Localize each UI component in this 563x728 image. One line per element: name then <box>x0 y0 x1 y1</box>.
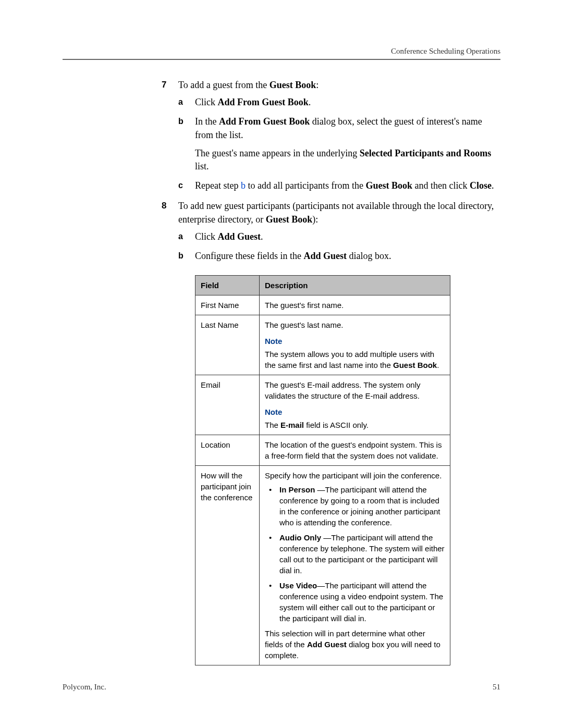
step-7b: b In the Add From Guest Book dialog box,… <box>178 115 500 173</box>
bold-text: Guest Book <box>365 180 412 191</box>
text: The <box>265 421 280 429</box>
note-label: Note <box>265 406 445 417</box>
page: Conference Scheduling Operations 7 To ad… <box>0 0 563 728</box>
cell-field: How will the participant join the confer… <box>195 466 260 665</box>
text: To add new guest participants (participa… <box>178 201 494 224</box>
text: and then click <box>412 180 470 191</box>
header-rule <box>63 59 500 60</box>
text: . <box>437 361 439 369</box>
substep-letter: a <box>178 96 183 108</box>
cell-field: Location <box>195 435 260 466</box>
step-7b-text: In the Add From Guest Book dialog box, s… <box>195 116 482 140</box>
list-item: Use Video—The participant will attend th… <box>265 580 445 624</box>
body-content: 7 To add a guest from the Guest Book: a … <box>162 79 500 665</box>
step-7b-para2: The guest's name appears in the underlyi… <box>195 147 500 173</box>
text: list. <box>195 161 209 171</box>
step-number: 8 <box>162 200 166 212</box>
step-8b: b Configure these fields in the Add Gues… <box>178 250 500 263</box>
bold-text: Use Video <box>279 581 317 590</box>
note-text: The system allows you to add multiple us… <box>265 349 445 371</box>
tail-text: This selection will in part determine wh… <box>265 628 445 661</box>
step-8a-text: Click Add Guest. <box>195 231 263 242</box>
cell-field: Email <box>195 375 260 435</box>
substep-letter: b <box>178 250 183 262</box>
bold-text: Add From Guest Book <box>219 116 310 127</box>
col-header-field: Field <box>195 276 260 295</box>
note-label: Note <box>265 336 445 347</box>
cell-field: First Name <box>195 295 260 315</box>
bold-text: Guest Book <box>270 80 316 90</box>
bold-text: Audio Only <box>279 533 321 542</box>
text: . <box>309 97 311 107</box>
substep-letter: a <box>178 231 183 242</box>
bullet-list: In Person —The participant will attend t… <box>265 484 445 624</box>
cell-field: Last Name <box>195 315 260 375</box>
text: . <box>261 231 263 242</box>
substep-letter: b <box>178 116 183 127</box>
note-text: The E-mail field is ASCII only. <box>265 419 445 430</box>
table-row: How will the participant join the confer… <box>195 466 450 665</box>
bold-text: Add Guest <box>303 251 347 261</box>
text: ): <box>312 214 318 225</box>
cell-description: The guest's E-mail address. The system o… <box>260 375 450 435</box>
text: The guest's E-mail address. The system o… <box>265 379 445 401</box>
text: Click <box>195 231 218 242</box>
bold-text: In Person <box>279 485 315 494</box>
cell-description: The guest's first name. <box>260 295 450 315</box>
list-item: In Person —The participant will attend t… <box>265 484 445 528</box>
text: Specify how the participant will join th… <box>265 470 445 481</box>
step-7c: c Repeat step b to add all participants … <box>178 179 500 192</box>
bold-text: Guest Book <box>393 361 437 369</box>
list-item: Audio Only —The participant will attend … <box>265 532 445 576</box>
cell-description: Specify how the participant will join th… <box>260 466 450 665</box>
text: Repeat step <box>195 180 241 191</box>
text: The guest's name appears in the underlyi… <box>195 148 360 158</box>
table-row: Email The guest's E-mail address. The sy… <box>195 375 450 435</box>
cell-description: The guest's last name. Note The system a… <box>260 315 450 375</box>
step-7a-text: Click Add From Guest Book. <box>195 97 311 107</box>
crossref-link[interactable]: b <box>241 180 246 191</box>
step-8: 8 To add new guest participants (partici… <box>162 200 500 665</box>
bold-text: Selected Participants and Rooms <box>360 148 491 158</box>
step-7-intro: To add a guest from the Guest Book: <box>178 80 319 90</box>
text: : <box>316 80 319 90</box>
table-row: Location The location of the guest's end… <box>195 435 450 466</box>
page-footer: Polycom, Inc. 51 <box>63 683 500 692</box>
text: Configure these fields in the <box>195 251 303 261</box>
text: In the <box>195 116 219 127</box>
bold-text: E-mail <box>280 421 304 429</box>
cell-description: The location of the guest's endpoint sys… <box>260 435 450 466</box>
footer-company: Polycom, Inc. <box>63 683 106 692</box>
step-8-intro: To add new guest participants (participa… <box>178 201 494 224</box>
text: dialog box. <box>347 251 391 261</box>
text: . <box>492 180 494 191</box>
table-row: First Name The guest's first name. <box>195 295 450 315</box>
text: to add all participants from the <box>246 180 365 191</box>
table-row: Last Name The guest's last name. Note Th… <box>195 315 450 375</box>
col-header-description: Description <box>260 276 450 295</box>
bold-text: Add Guest <box>218 231 261 242</box>
table-header-row: Field Description <box>195 276 450 295</box>
footer-page-number: 51 <box>493 683 500 692</box>
bold-text: Close <box>470 180 492 191</box>
text: field is ASCII only. <box>304 421 369 429</box>
substep-letter: c <box>178 180 183 191</box>
text: To add a guest from the <box>178 80 270 90</box>
bold-text: Guest Book <box>266 214 313 225</box>
step-8b-text: Configure these fields in the Add Guest … <box>195 251 391 261</box>
step-7c-text: Repeat step b to add all participants fr… <box>195 180 494 191</box>
bold-text: Add From Guest Book <box>218 97 309 107</box>
step-8a: a Click Add Guest. <box>178 230 500 243</box>
text: The guest's last name. <box>265 319 445 330</box>
fields-table: Field Description First Name The guest's… <box>195 275 450 665</box>
running-header: Conference Scheduling Operations <box>63 47 500 59</box>
bold-text: Add Guest <box>307 640 347 649</box>
text: Click <box>195 97 218 107</box>
step-number: 7 <box>162 79 166 91</box>
step-7: 7 To add a guest from the Guest Book: a … <box>162 79 500 192</box>
step-7a: a Click Add From Guest Book. <box>178 96 500 109</box>
